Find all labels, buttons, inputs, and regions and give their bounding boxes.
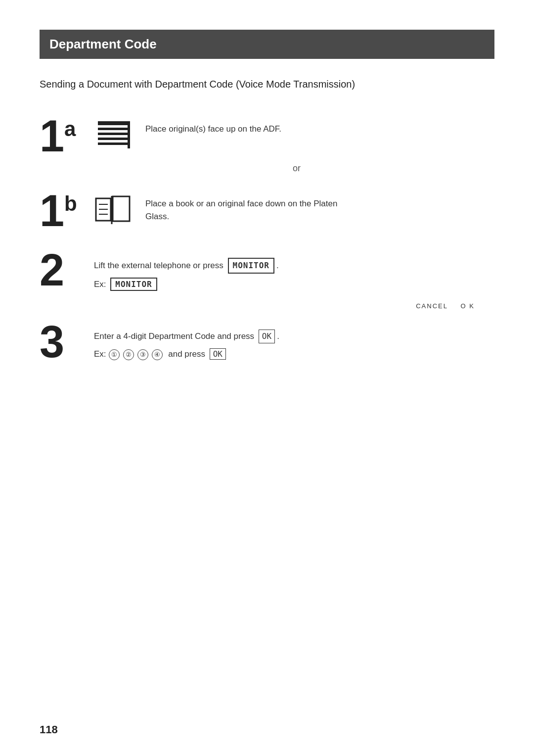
adf-icon — [94, 119, 134, 156]
svg-rect-5 — [128, 121, 130, 148]
step-2-instruction: Lift the external telephone or press MON… — [94, 254, 279, 274]
ex-ok-button: OK — [210, 348, 226, 360]
ok-label: O K — [461, 302, 475, 310]
platen-icon — [94, 193, 134, 231]
ok-button: OK — [259, 330, 275, 343]
page-title: Department Code — [49, 37, 485, 52]
step-3-content: Enter a 4-digit Department Code and pres… — [94, 320, 279, 360]
and-press-text: and press — [168, 349, 205, 359]
svg-rect-2 — [98, 133, 128, 135]
monitor-button: MONITOR — [228, 258, 274, 274]
cancel-label: CANCEL — [416, 302, 448, 310]
svg-rect-1 — [98, 128, 128, 130]
step-2-section: 2 Lift the external telephone or press M… — [40, 248, 494, 292]
page-number: 118 — [40, 723, 58, 736]
step-1a-section: 1a Place original(s) face — [40, 114, 494, 158]
svg-marker-6 — [98, 121, 128, 124]
step-3-section: 3 Enter a 4-digit Department Code and pr… — [40, 320, 494, 364]
step-1b-number: 1b — [40, 189, 89, 233]
cancel-ok-area: CANCEL O K — [40, 302, 494, 310]
step-3-number: 3 — [40, 320, 89, 364]
step-1a-letter: a — [64, 117, 76, 141]
svg-rect-8 — [113, 196, 130, 221]
digit-1: ① — [109, 349, 120, 360]
step-1b-text: Place a book or an original face down on… — [145, 193, 337, 223]
digit-3: ③ — [137, 349, 148, 360]
digit-2: ② — [123, 349, 134, 360]
step-1a-text: Place original(s) face up on the ADF. — [145, 119, 281, 136]
step-1a-number: 1a — [40, 114, 89, 158]
subtitle: Sending a Document with Department Code … — [40, 79, 494, 90]
step-1b-section: 1b Place a book or an orig — [40, 189, 494, 233]
svg-rect-4 — [98, 142, 128, 145]
step-1b-letter: b — [64, 192, 77, 215]
svg-rect-3 — [98, 138, 128, 140]
step-2-number: 2 — [40, 248, 89, 292]
ex-monitor-button: MONITOR — [110, 278, 157, 291]
step-2-content: Lift the external telephone or press MON… — [94, 248, 279, 291]
step-2-ex: Ex: MONITOR — [94, 278, 279, 291]
step-3-instruction: Enter a 4-digit Department Code and pres… — [94, 326, 279, 343]
step-3-ex: Ex: ① ② ③ ④ and press OK — [94, 348, 279, 360]
header-bar: Department Code — [40, 30, 494, 59]
digit-4: ④ — [152, 349, 163, 360]
or-divider: or — [40, 163, 494, 174]
